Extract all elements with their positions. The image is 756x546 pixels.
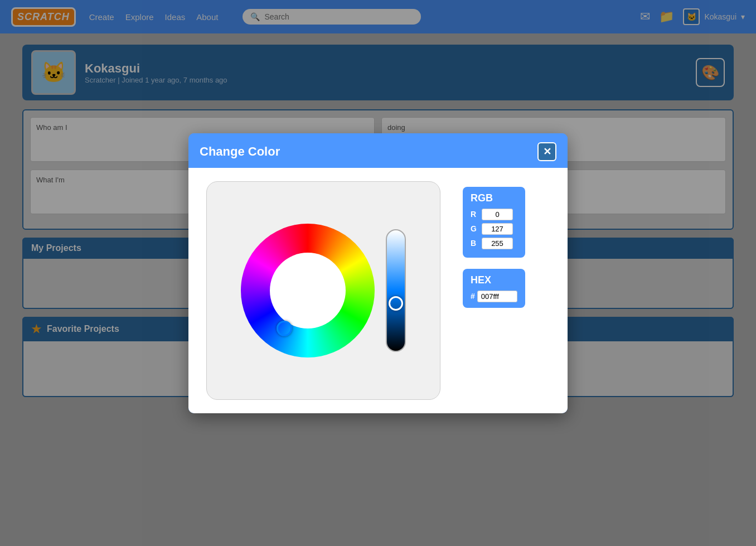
modal-header: Change Color ✕ [188, 133, 568, 168]
rgb-label: RGB [471, 192, 517, 204]
g-input[interactable] [482, 223, 513, 235]
modal-body: RGB R G B HEX [188, 168, 568, 413]
b-row: B [471, 238, 517, 249]
modal-title: Change Color [200, 144, 280, 159]
brightness-slider[interactable] [386, 229, 406, 352]
hex-label: HEX [471, 274, 517, 286]
modal-overlay[interactable]: Change Color ✕ [0, 0, 756, 546]
r-row: R [471, 209, 517, 220]
r-label: R [471, 210, 478, 219]
brightness-handle[interactable] [389, 296, 403, 311]
b-label: B [471, 239, 478, 248]
color-wheel-svg [241, 224, 375, 357]
b-input[interactable] [482, 238, 513, 249]
hex-hash: # [471, 292, 475, 301]
svg-point-1 [270, 253, 346, 328]
hex-panel: HEX # [463, 269, 525, 308]
g-row: G [471, 223, 517, 235]
color-values-panel: RGB R G B HEX [463, 181, 525, 400]
hex-row: # [471, 291, 517, 302]
modal-close-button[interactable]: ✕ [537, 142, 556, 161]
color-wheel[interactable] [241, 224, 375, 357]
color-wheel-wrap [206, 181, 440, 400]
rgb-panel: RGB R G B [463, 187, 525, 258]
change-color-modal: Change Color ✕ [188, 133, 568, 413]
g-label: G [471, 224, 478, 233]
brightness-bar [386, 229, 406, 352]
hex-input[interactable] [477, 291, 517, 302]
r-input[interactable] [482, 209, 513, 220]
